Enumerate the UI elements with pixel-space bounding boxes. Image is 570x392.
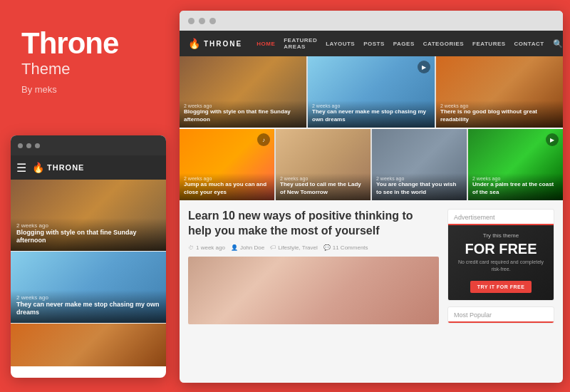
article-title: Learn 10 new ways of positive thinking t… (188, 209, 439, 239)
comment-icon: 💬 (323, 244, 331, 251)
clock-icon: ⏱ (188, 244, 194, 251)
grid-cell-1-overlay: 2 weeks ago Blogging with style on that … (180, 100, 306, 128)
tag-icon: 🏷 (270, 244, 276, 251)
mobile-logo-icon: 🔥 (32, 162, 44, 173)
grid-cell-1-title: Blogging with style on that fine Sunday … (184, 108, 302, 123)
grid-cell-5-time: 2 weeks ago (280, 176, 366, 181)
grid-cell-7-badge: ▶ (546, 133, 559, 146)
article-thumbnail (188, 257, 439, 324)
nav-posts[interactable]: POSTS (363, 41, 385, 47)
nav-categories[interactable]: CATEGORIES (423, 41, 464, 47)
nav-features[interactable]: FEATURES (472, 41, 506, 47)
nav-featured[interactable]: FEATURED AREAS (284, 37, 317, 50)
site-logo-icon: 🔥 (188, 38, 200, 49)
ad-try-button[interactable]: TRY IT FOR FREE (470, 281, 532, 293)
mobile-dot-2 (26, 143, 31, 148)
mobile-card-1: 2 weeks ago Blogging with style on that … (11, 180, 166, 251)
grid-cell-4-overlay: 2 weeks ago Jump as much as you can and … (180, 173, 274, 200)
mobile-card-2-overlay: 2 weeks ago They can never make me stop … (11, 290, 166, 323)
grid-cell-3-overlay: 2 weeks ago There is no good blog withou… (436, 100, 563, 128)
sidebar-ad: Advertisement Try this theme FOR FREE No… (447, 209, 554, 301)
grid-cell-4-title: Jump as much as you can and close your e… (184, 181, 270, 196)
mobile-top-bar (11, 135, 166, 155)
hamburger-icon[interactable]: ☰ (16, 161, 26, 175)
grid-cell-5-overlay: 2 weeks ago They used to call me the Lad… (276, 173, 370, 200)
nav-contact[interactable]: CONTACT (514, 41, 544, 47)
grid-cell-3-title: There is no good blog without great read… (440, 108, 559, 123)
mobile-card-1-title: Blogging with style on that fine Sunday … (16, 229, 160, 245)
main-content: Learn 10 new ways of positive thinking t… (188, 209, 439, 324)
grid-cell-5-title: They used to call me the Lady of New Tom… (280, 181, 366, 196)
browser-window: 🔥 THRONE HOME FEATURED AREAS LAYOUTS POS… (180, 11, 563, 383)
mobile-card-2: 2 weeks ago They can never make me stop … (11, 252, 166, 323)
browser-dot-2 (199, 18, 205, 24)
browser-dot-3 (209, 18, 216, 24)
mobile-card-1-time: 2 weeks ago (16, 222, 160, 229)
grid-cell-2-title: They can never make me stop chasing my o… (312, 108, 430, 123)
mobile-dot-1 (18, 143, 23, 148)
mobile-card-1-overlay: 2 weeks ago Blogging with style on that … (11, 218, 166, 251)
grid-cell-6-time: 2 weeks ago (376, 176, 462, 181)
ad-label: Advertisement (448, 210, 554, 225)
popular-label: Most Popular (448, 307, 554, 323)
ad-try-text: Try this theme (454, 232, 548, 239)
grid-cell-7[interactable]: ▶ 2 weeks ago Under a palm tree at the c… (468, 129, 563, 200)
mobile-nav: ☰ 🔥 THRONE (11, 155, 166, 180)
article-meta: ⏱ 1 week ago 👤 John Doe 🏷 Lifestyle, Tra… (188, 244, 439, 251)
grid-cell-6[interactable]: 2 weeks ago You are change that you wish… (372, 129, 467, 200)
content-area: Learn 10 new ways of positive thinking t… (180, 200, 563, 333)
site-logo: 🔥 THRONE (188, 38, 242, 49)
article-comments: 💬 11 Comments (323, 244, 368, 251)
grid-cell-1[interactable]: 2 weeks ago Blogging with style on that … (180, 56, 306, 128)
grid-cell-4-time: 2 weeks ago (184, 176, 270, 181)
mobile-card-3 (11, 324, 166, 366)
sidebar-popular: Most Popular (447, 306, 554, 324)
grid-cell-2-time: 2 weeks ago (312, 103, 430, 108)
ad-content: Try this theme FOR FREE No credit card r… (448, 225, 554, 300)
browser-top-bar (180, 11, 563, 31)
grid-cell-7-time: 2 weeks ago (472, 176, 559, 181)
site-nav: 🔥 THRONE HOME FEATURED AREAS LAYOUTS POS… (180, 31, 563, 56)
ad-free-text: FOR FREE (454, 242, 548, 256)
grid-cell-3[interactable]: 2 weeks ago There is no good blog withou… (436, 56, 563, 128)
site-logo-text: THRONE (204, 40, 242, 48)
grid-cell-4[interactable]: ♪ 2 weeks ago Jump as much as you can an… (180, 129, 274, 200)
mobile-card-2-title: They can never make me stop chasing my o… (16, 301, 160, 317)
article-categories: 🏷 Lifestyle, Travel (270, 244, 318, 251)
grid-cell-2-overlay: 2 weeks ago They can never make me stop … (308, 100, 435, 128)
mobile-dot-3 (35, 143, 40, 148)
article-time: ⏱ 1 week ago (188, 244, 225, 251)
browser-dot-1 (188, 18, 195, 24)
brand-title: Throne (21, 29, 162, 58)
thumb-placeholder-img (188, 257, 439, 324)
grid-cell-5[interactable]: 2 weeks ago They used to call me the Lad… (276, 129, 370, 200)
grid-row-2: ♪ 2 weeks ago Jump as much as you can an… (180, 129, 563, 200)
mobile-preview: ☰ 🔥 THRONE 2 weeks ago Blogging with sty… (11, 135, 166, 378)
mobile-logo-text: THRONE (47, 163, 84, 172)
mobile-card-2-time: 2 weeks ago (16, 294, 160, 301)
grid-cell-7-overlay: 2 weeks ago Under a palm tree at the coa… (468, 173, 563, 200)
search-icon[interactable]: 🔍 (553, 39, 563, 48)
grid-cell-6-overlay: 2 weeks ago You are change that you wish… (372, 173, 467, 200)
sidebar: Advertisement Try this theme FOR FREE No… (447, 209, 554, 324)
nav-home[interactable]: HOME (256, 41, 275, 47)
grid-cell-4-badge: ♪ (257, 133, 270, 146)
grid-cell-2[interactable]: ▶ 2 weeks ago They can never make me sto… (308, 56, 435, 128)
article-author: 👤 John Doe (231, 244, 264, 251)
ad-sub-text: No credit card required and completely r… (454, 259, 548, 273)
grid-cell-6-title: You are change that you wish to see in t… (376, 181, 462, 196)
nav-pages[interactable]: PAGES (393, 41, 415, 47)
grid-cell-7-title: Under a palm tree at the coast of the se… (472, 181, 559, 196)
brand-author: By meks (21, 84, 162, 95)
user-icon: 👤 (231, 244, 238, 251)
nav-layouts[interactable]: LAYOUTS (326, 41, 355, 47)
grid-cell-1-time: 2 weeks ago (184, 103, 302, 108)
mobile-card-3-img (11, 324, 166, 366)
left-panel: Throne Theme By meks ☰ 🔥 THRONE 2 weeks … (0, 0, 177, 392)
grid-row-1: 2 weeks ago Blogging with style on that … (180, 56, 563, 128)
grid-cell-3-time: 2 weeks ago (440, 103, 559, 108)
grid-cell-2-badge: ▶ (418, 61, 430, 73)
brand-subtitle: Theme (21, 60, 162, 78)
mobile-logo: 🔥 THRONE (32, 162, 84, 173)
